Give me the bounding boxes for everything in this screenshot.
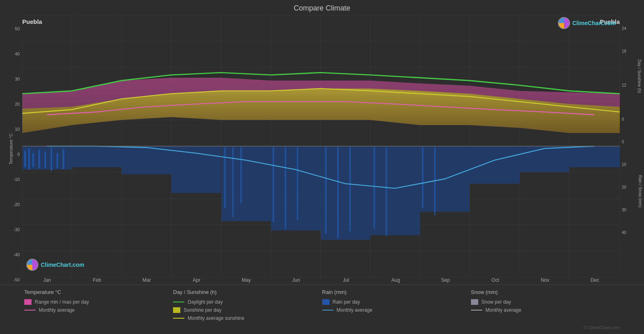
svg-rect-37 <box>24 151 26 168</box>
svg-rect-36 <box>569 146 620 167</box>
svg-rect-52 <box>337 147 339 238</box>
svg-rect-53 <box>349 147 351 231</box>
main-container: Compare Climate 50 40 30 20 10 0 -10 -20… <box>0 0 644 334</box>
svg-rect-30 <box>271 146 321 230</box>
logo-top-right: ClimeChart.com <box>558 17 616 29</box>
logo-icon-top-right <box>558 17 570 29</box>
svg-rect-34 <box>470 146 520 184</box>
svg-rect-48 <box>272 147 274 222</box>
legend-snow-avg: Monthly average <box>471 307 620 313</box>
svg-rect-39 <box>32 153 34 167</box>
location-label-left: Puebla <box>22 18 42 25</box>
rain-swatch <box>322 299 329 305</box>
svg-rect-45 <box>224 147 226 208</box>
y-axis-right-rain-label: Rain / Snow (mm) <box>638 175 642 208</box>
chart-title: Compare Climate <box>0 4 644 13</box>
rain-avg-line <box>322 310 334 311</box>
logo-icon-bottom-left <box>26 259 38 271</box>
legend-sunshine-swatch: Sunshine per day <box>173 307 322 313</box>
sunshine-swatch <box>173 307 180 313</box>
legend-temperature: Temperature °C Range min / max per day M… <box>24 289 173 321</box>
copyright-text: © ClimeChart.com <box>24 325 620 330</box>
svg-rect-54 <box>374 147 375 229</box>
legend-rain-avg: Monthly average <box>322 307 471 313</box>
logo-text-top-right: ClimeChart.com <box>572 20 616 26</box>
sunshine-avg-line <box>173 318 184 319</box>
legend-rain-swatch: Rain per day <box>322 299 471 305</box>
legend-temperature-title: Temperature °C <box>24 289 173 295</box>
legend-snow-swatch: Snow per day <box>471 299 620 305</box>
svg-rect-55 <box>386 147 387 236</box>
legend-temp-range: Range min / max per day <box>24 299 173 305</box>
svg-rect-32 <box>370 146 420 235</box>
legend-snow: Snow (mm) Snow per day Monthly average <box>471 289 620 321</box>
svg-rect-47 <box>240 147 242 203</box>
svg-rect-35 <box>519 146 569 172</box>
svg-rect-50 <box>297 147 298 219</box>
svg-rect-41 <box>44 152 46 168</box>
svg-rect-46 <box>232 147 234 217</box>
svg-rect-40 <box>38 150 40 168</box>
temp-avg-line <box>24 310 36 311</box>
legend-temp-avg: Monthly average <box>24 307 173 313</box>
snow-swatch <box>471 299 478 305</box>
legend-area: Temperature °C Range min / max per day M… <box>0 285 644 334</box>
logo-bottom-left: ClimeChart.com <box>26 259 84 271</box>
svg-rect-43 <box>57 153 58 168</box>
svg-rect-49 <box>285 147 286 229</box>
svg-rect-51 <box>325 147 327 234</box>
svg-rect-27 <box>122 146 171 174</box>
svg-rect-38 <box>28 149 30 170</box>
legend-sunshine-title: Day / Sunshine (h) <box>173 289 322 295</box>
legend-rain-title: Rain (mm) <box>322 289 471 295</box>
x-axis-labels: Jan Feb Mar Apr May Jun Jul Aug Sep Oct … <box>22 277 620 283</box>
logo-text-bottom-left: ClimeChart.com <box>41 262 84 268</box>
main-chart-svg <box>22 15 620 277</box>
svg-rect-44 <box>63 149 64 169</box>
legend-daylight: Daylight per day <box>173 299 322 305</box>
svg-rect-56 <box>422 147 424 208</box>
y-axis-right: 24 18 12 6 0 10 20 30 40 Day / Sunshine … <box>620 15 644 283</box>
snow-avg-line <box>471 310 482 311</box>
svg-rect-31 <box>321 146 370 240</box>
svg-rect-26 <box>72 146 122 167</box>
daylight-line <box>173 302 184 302</box>
temp-range-swatch <box>24 299 32 305</box>
legend-rain: Rain (mm) Rain per day Monthly average <box>322 289 471 321</box>
legend-snow-title: Snow (mm) <box>471 289 620 295</box>
legend-sunshine: Day / Sunshine (h) Daylight per day Suns… <box>173 289 322 321</box>
legend-sunshine-avg: Monthly average sunshine <box>173 315 322 321</box>
svg-rect-42 <box>51 147 52 171</box>
chart-plot-area: Puebla Puebla ClimeChart.com ClimeChart.… <box>22 15 620 283</box>
y-axis-right-sunshine-label: Day / Sunshine (h) <box>637 60 642 93</box>
y-axis-left-label: Temperature °C <box>8 133 13 164</box>
y-axis-left: 50 40 30 20 10 0 -10 -20 -30 -40 -50 Tem… <box>0 15 22 283</box>
